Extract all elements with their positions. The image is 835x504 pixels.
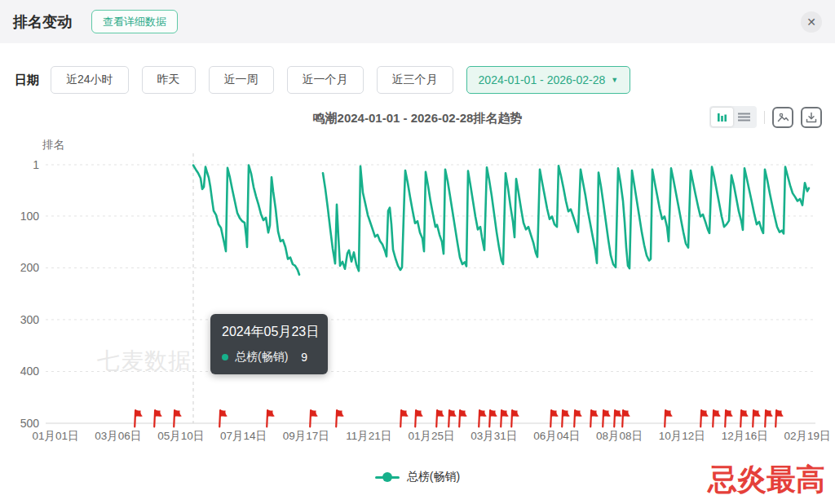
y-tick-label: 300 <box>20 313 40 326</box>
red-flag-icon <box>572 409 583 427</box>
x-tick-label: 08月08日 <box>596 430 643 442</box>
table-view-toggle[interactable] <box>733 108 755 126</box>
red-flag-icon <box>477 409 488 427</box>
x-tick-label: 02月19日 <box>784 430 830 442</box>
series-dot-icon <box>222 354 228 360</box>
y-tick-label: 1 <box>33 158 39 171</box>
red-flag-icon <box>621 409 631 427</box>
red-flag-icon <box>488 409 498 427</box>
series-line[interactable] <box>193 166 299 275</box>
red-flag-icon <box>663 409 674 427</box>
page-title: 排名变动 <box>13 12 72 32</box>
tooltip-series-label: 总榜(畅销) <box>235 350 288 365</box>
red-flag-icon <box>265 409 276 427</box>
red-flag-icon <box>172 409 183 427</box>
x-icon: ✕ <box>806 15 816 29</box>
chart-toolbar <box>709 106 822 128</box>
red-flag-icon <box>723 409 734 427</box>
red-flag-icon <box>399 409 409 427</box>
red-flag-icon <box>413 409 424 427</box>
x-tick-label: 03月06日 <box>95 430 141 442</box>
x-tick-label: 10月12日 <box>659 430 705 442</box>
y-tick-label: 500 <box>20 417 40 430</box>
date-range-dropdown[interactable]: 2024-01-01 - 2026-02-28 ▼ <box>466 66 631 94</box>
date-filter-label: 日期 <box>15 73 39 88</box>
red-flag-icon <box>711 409 722 427</box>
modal-header: 排名变动 查看详细数据 ✕ <box>0 0 835 43</box>
red-flag-icon <box>549 409 559 427</box>
x-tick-label: 11月21日 <box>346 430 391 442</box>
red-flag-icon <box>334 409 345 427</box>
x-tick-label: 06月04日 <box>533 430 580 442</box>
red-flag-icon <box>763 409 774 427</box>
annotation-text: 忌炎最高 <box>708 460 825 500</box>
bar-chart-icon <box>716 111 728 123</box>
tooltip-value: 9 <box>301 351 307 364</box>
legend-line-icon <box>375 472 400 482</box>
red-flag-icon <box>218 409 228 427</box>
x-tick-label: 01月25日 <box>408 430 454 442</box>
filter-last-month-button[interactable]: 近一个月 <box>287 66 364 94</box>
red-flag-icon <box>152 409 163 427</box>
download-icon <box>806 112 817 123</box>
y-axis-name: 排名 <box>42 139 64 151</box>
caret-down-icon: ▼ <box>611 76 618 84</box>
red-flag-icon <box>510 409 520 427</box>
y-tick-label: 100 <box>20 210 40 223</box>
x-tick-label: 12月16日 <box>722 430 768 442</box>
close-button[interactable]: ✕ <box>801 11 822 33</box>
chart-view-toggle[interactable] <box>711 108 733 126</box>
date-range-value: 2024-01-01 - 2026-02-28 <box>479 73 606 86</box>
red-flag-icon <box>457 409 468 427</box>
download-button[interactable] <box>801 107 822 128</box>
date-filter-row: 日期 近24小时 昨天 近一周 近一个月 近三个月 2024-01-01 - 2… <box>15 66 643 94</box>
toolbar-divider <box>764 111 765 124</box>
view-detail-data-button[interactable]: 查看详细数据 <box>91 10 178 33</box>
red-flag-icon <box>447 409 457 427</box>
filter-yesterday-button[interactable]: 昨天 <box>142 66 196 94</box>
filter-last-24h-button[interactable]: 近24小时 <box>51 66 129 94</box>
red-flag-icon <box>601 409 612 427</box>
series-line[interactable] <box>323 166 809 271</box>
tooltip-date: 2024年05月23日 <box>222 324 316 341</box>
red-flag-icon <box>751 409 762 427</box>
filter-last-3-months-button[interactable]: 近三个月 <box>377 66 453 94</box>
red-flag-icon <box>739 409 749 427</box>
x-tick-label: 01月01日 <box>32 430 78 442</box>
chart-type-toggle <box>709 106 757 128</box>
red-flag-icon <box>435 409 445 427</box>
y-tick-label: 200 <box>20 261 40 274</box>
red-flag-icon <box>560 409 571 427</box>
rank-trend-chart[interactable]: 1100200300400500排名01月01日03月06日05月10日07月1… <box>0 130 835 457</box>
legend-label: 总榜(畅销) <box>407 470 460 484</box>
chart-tooltip: 2024年05月23日 总榜(畅销) 9 <box>210 314 328 374</box>
red-flag-icon <box>699 409 709 427</box>
x-tick-label: 07月14日 <box>220 430 267 442</box>
list-icon <box>738 112 750 122</box>
image-icon <box>777 111 789 123</box>
x-tick-label: 05月10日 <box>157 430 204 442</box>
filter-last-week-button[interactable]: 近一周 <box>209 66 274 94</box>
red-flag-icon <box>308 409 319 427</box>
rank-change-modal: 排名变动 查看详细数据 ✕ 日期 近24小时 昨天 近一周 近一个月 近三个月 … <box>0 0 835 504</box>
x-tick-label: 03月31日 <box>471 430 517 442</box>
save-image-button[interactable] <box>772 107 793 128</box>
red-flag-icon <box>589 409 599 427</box>
red-flag-icon <box>499 409 510 427</box>
y-tick-label: 400 <box>20 365 40 378</box>
tooltip-series-row: 总榜(畅销) 9 <box>222 350 316 365</box>
watermark: 七麦数据 <box>97 346 192 377</box>
x-tick-label: 09月17日 <box>283 430 329 442</box>
red-flag-icon <box>133 409 144 427</box>
red-flag-icon <box>774 409 784 427</box>
red-flag-icon <box>612 409 623 427</box>
